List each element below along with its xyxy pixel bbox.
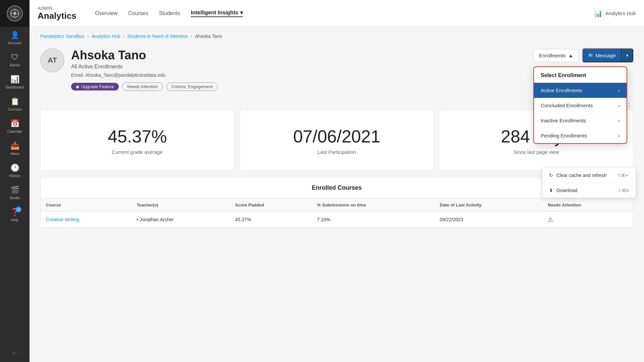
sidebar-item-calendar[interactable]: 📅 Calendar — [0, 115, 30, 137]
upgrade-label: Upgrade Feature — [81, 84, 114, 89]
student-avatar: AT — [40, 48, 64, 72]
download-label: Download — [556, 188, 577, 193]
enrollments-label: Enrollments — [539, 53, 566, 58]
breadcrumb-sandbox[interactable]: Pandalytics SandBox — [40, 34, 85, 39]
sidebar-label-admin: Admin — [9, 63, 20, 67]
participation-label: Last Participation — [317, 149, 356, 155]
inbox-icon: 📥 — [10, 141, 19, 150]
message-label: Message — [595, 53, 616, 58]
message-dropdown-button[interactable]: ▾ — [622, 48, 633, 62]
main-content: ADMIN Analytics Overview Courses Student… — [30, 0, 644, 362]
app-admin-label: ADMIN — [38, 6, 76, 11]
app-title-block: ADMIN Analytics — [38, 6, 76, 21]
clear-cache-label: Clear cache and refresh — [556, 173, 606, 178]
dropdown-item-concluded[interactable]: Concluded Enrollments › — [534, 98, 627, 113]
row-course: Creative Writing — [41, 212, 131, 228]
table-row: Creative Writing • Jonathan Archer 45.37… — [41, 212, 633, 228]
sidebar-collapse-button[interactable]: ← — [11, 349, 18, 357]
nav-link-overview[interactable]: Overview — [95, 9, 118, 18]
dropdown-title: Select Enrollment — [534, 67, 627, 83]
student-info-block: AT Ahsoka Tano All Active Enrollments Em… — [40, 48, 218, 91]
sidebar-label-dashboard: Dashboard — [6, 85, 24, 89]
pageview-label: Since last page view — [513, 149, 559, 155]
row-submissions: 7.10% — [312, 212, 434, 228]
sidebar-item-courses[interactable]: 📋 Courses — [0, 93, 30, 115]
nav-link-courses[interactable]: Courses — [128, 9, 148, 18]
enrollments-button[interactable]: Enrollments ▲ — [533, 49, 579, 62]
inactive-chevron-icon: › — [618, 118, 620, 123]
app-logo[interactable] — [7, 5, 23, 21]
admin-icon: 🛡 — [11, 53, 18, 62]
row-attention: ⚠ — [542, 212, 633, 228]
account-icon: 👤 — [10, 31, 19, 40]
courses-table: Course Teacher(s) Score Padded % Submiss… — [41, 198, 633, 228]
stat-card-grade: 45.37% Current grade average — [40, 110, 234, 171]
svg-point-3 — [14, 16, 15, 17]
sidebar-item-help[interactable]: ❓ 10 Help — [0, 204, 30, 226]
pending-chevron-icon: › — [618, 133, 620, 138]
history-icon: 🕐 — [10, 164, 19, 172]
sidebar-item-history[interactable]: 🕐 History — [0, 160, 30, 182]
table-header-row: Course Teacher(s) Score Padded % Submiss… — [41, 198, 633, 212]
analytics-hub-button[interactable]: 📊 Analytics Hub — [594, 9, 636, 17]
context-menu-clear-cache[interactable]: ↻ Clear cache and refresh ⇧⌘↵ — [542, 168, 636, 183]
sidebar-label-calendar: Calendar — [7, 129, 22, 133]
sidebar-item-inbox[interactable]: 📥 Inbox — [0, 137, 30, 160]
breadcrumb-hub[interactable]: Analytics Hub — [92, 34, 120, 39]
sidebar-label-account: Account — [8, 41, 21, 45]
breadcrumb-student-name: Ahsoka Tano — [195, 34, 222, 39]
sidebar-item-dashboard[interactable]: 📊 Dashboard — [0, 71, 30, 93]
breadcrumb: Pandalytics SandBox › Analytics Hub › St… — [30, 27, 644, 43]
sidebar-item-studio[interactable]: 🎬 Studio — [0, 182, 30, 204]
top-navigation: ADMIN Analytics Overview Courses Student… — [30, 0, 644, 27]
participation-value: 07/06/2021 — [293, 126, 380, 146]
breadcrumb-students[interactable]: Students in Need of Attention — [127, 34, 188, 39]
svg-point-4 — [11, 13, 12, 14]
download-shortcut: ⇧⌘D — [618, 188, 629, 193]
enrollment-dropdown: Select Enrollment Active Enrollments › C… — [533, 66, 627, 144]
col-activity: Date of Last Activity — [434, 198, 542, 212]
dropdown-item-active[interactable]: Active Enrollments › — [534, 83, 627, 98]
sidebar-item-account[interactable]: 👤 Account — [0, 27, 30, 49]
concluded-chevron-icon: › — [618, 103, 620, 108]
concluded-enrollments-label: Concluded Enrollments — [541, 103, 593, 108]
upgrade-feature-tag[interactable]: ◆ Upgrade Feature — [71, 83, 119, 90]
active-enrollments-label: Active Enrollments — [541, 87, 582, 93]
row-score: 45.37% — [230, 212, 312, 228]
nav-links-group: Overview Courses Students Intelligent In… — [95, 9, 584, 18]
active-chevron-icon: › — [618, 87, 620, 93]
refresh-menu-icon: ↻ — [549, 173, 553, 178]
insights-label: Intelligent Insights — [191, 10, 238, 16]
sidebar-logo — [0, 0, 30, 27]
breadcrumb-sep-2: › — [123, 34, 125, 39]
student-email: Email: Ahsoka_Tano@pandalytictestdata.ed… — [71, 72, 218, 78]
needs-attention-tag: Needs Attention — [122, 82, 163, 91]
sidebar-item-admin[interactable]: 🛡 Admin — [0, 49, 30, 71]
col-teachers: Teacher(s) — [131, 198, 230, 212]
help-icon: ❓ 10 — [10, 208, 19, 217]
insights-caret-icon: ▾ — [240, 9, 243, 16]
app-analytics-label: Analytics — [38, 11, 76, 21]
col-score: Score Padded — [230, 198, 312, 212]
svg-point-2 — [14, 9, 15, 11]
sidebar-label-courses: Courses — [8, 107, 22, 111]
calendar-icon: 📅 — [10, 119, 19, 128]
message-button-group: ✉ Message ▾ — [582, 48, 633, 62]
col-attention: Needs Attention — [542, 198, 633, 212]
message-button[interactable]: ✉ Message — [582, 48, 622, 62]
analytics-hub-bar-icon: 📊 — [594, 9, 602, 17]
message-caret-icon: ▾ — [626, 53, 629, 58]
nav-link-insights[interactable]: Intelligent Insights ▾ — [191, 9, 243, 17]
enrollments-caret-icon: ▲ — [568, 53, 573, 58]
student-header: AT Ahsoka Tano All Active Enrollments Em… — [30, 43, 644, 98]
nav-link-students[interactable]: Students — [159, 9, 180, 18]
sidebar-label-help: Help — [11, 218, 19, 222]
course-link[interactable]: Creative Writing — [46, 217, 79, 222]
row-teachers: • Jonathan Archer — [131, 212, 230, 228]
sidebar-label-inbox: Inbox — [10, 152, 19, 156]
dropdown-item-inactive[interactable]: Inactive Enrollments › — [534, 113, 627, 128]
context-menu-download[interactable]: ⬇ Download ⇧⌘D — [542, 183, 636, 198]
studio-icon: 🎬 — [10, 186, 19, 194]
message-envelope-icon: ✉ — [588, 52, 593, 58]
dropdown-item-pending[interactable]: Pending Enrollments › — [534, 128, 627, 143]
